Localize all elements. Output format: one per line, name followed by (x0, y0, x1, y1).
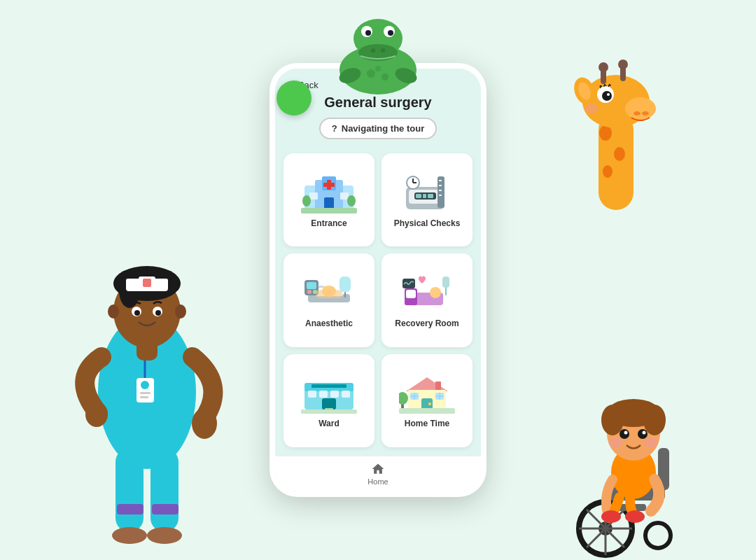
nav-tour-label: Navigating the tour (342, 123, 424, 134)
svg-point-142 (428, 402, 431, 405)
svg-point-18 (147, 527, 182, 544)
svg-rect-133 (342, 391, 350, 398)
svg-rect-132 (330, 391, 339, 398)
svg-rect-92 (309, 192, 318, 200)
svg-point-39 (155, 310, 161, 316)
svg-point-8 (381, 48, 385, 52)
entrance-icon-area (301, 172, 357, 214)
home-nav-button[interactable]: Home (281, 462, 475, 486)
svg-point-95 (347, 195, 356, 206)
svg-marker-138 (406, 377, 448, 391)
svg-rect-139 (435, 382, 441, 391)
svg-rect-101 (423, 194, 426, 198)
home-nav-label: Home (368, 477, 388, 486)
grid-item-recovery-room[interactable]: Recovery Room (382, 253, 472, 346)
svg-rect-20 (152, 504, 178, 514)
svg-point-17 (112, 527, 147, 544)
green-circle-button[interactable] (276, 80, 312, 115)
svg-rect-104 (439, 180, 442, 181)
svg-point-49 (602, 91, 612, 101)
svg-point-76 (611, 402, 628, 421)
svg-rect-120 (316, 290, 342, 298)
svg-rect-136 (301, 410, 357, 414)
kid-wheelchair-character (560, 350, 714, 560)
svg-point-50 (607, 93, 610, 96)
svg-point-38 (134, 310, 140, 316)
svg-point-5 (365, 30, 371, 36)
svg-point-6 (388, 30, 393, 36)
home-time-label: Home Time (405, 419, 449, 428)
svg-rect-106 (439, 190, 442, 191)
svg-point-150 (399, 392, 408, 405)
svg-point-84 (601, 510, 621, 523)
nurse-character (56, 154, 238, 560)
giraffe-character (539, 56, 693, 266)
svg-rect-137 (312, 384, 346, 388)
svg-rect-118 (344, 292, 346, 298)
svg-point-80 (624, 431, 628, 435)
svg-point-7 (371, 48, 375, 52)
svg-point-23 (85, 402, 108, 427)
svg-rect-125 (442, 276, 449, 288)
grid-item-home-time[interactable]: Home Time (382, 354, 472, 447)
svg-point-85 (625, 510, 645, 523)
svg-point-82 (609, 438, 623, 447)
grid-item-anaesthetic[interactable]: Anaesthetic (284, 253, 374, 346)
svg-rect-114 (307, 282, 316, 289)
svg-point-13 (375, 66, 381, 71)
svg-point-66 (645, 523, 671, 548)
svg-rect-105 (439, 185, 442, 186)
anaesthetic-label: Anaesthetic (305, 318, 353, 328)
svg-point-124 (430, 287, 441, 298)
svg-rect-90 (323, 183, 335, 187)
question-icon: ? (332, 123, 337, 134)
crocodile-character (315, 0, 441, 112)
svg-point-83 (644, 438, 658, 447)
navigate-tour-button[interactable]: ? Navigating the tour (319, 118, 437, 139)
home-time-icon-area (399, 372, 455, 414)
anaesthetic-icon-area (301, 272, 357, 314)
svg-point-78 (620, 429, 629, 439)
svg-point-59 (584, 104, 598, 113)
svg-point-52 (642, 111, 649, 115)
phone-footer: Home (275, 456, 481, 491)
grid-item-ward[interactable]: Ward (284, 354, 374, 447)
entrance-label: Entrance (311, 218, 346, 228)
physical-checks-icon-area (399, 172, 455, 214)
svg-point-77 (639, 402, 656, 421)
recovery-room-icon-area (399, 272, 455, 314)
svg-rect-19 (117, 504, 144, 514)
svg-rect-16 (150, 448, 178, 532)
svg-rect-102 (428, 194, 433, 198)
svg-rect-27 (140, 396, 148, 398)
svg-point-25 (141, 381, 149, 389)
svg-point-44 (614, 147, 625, 161)
phone-frame: ◄ Back General surgery ? Navigating the … (270, 63, 486, 497)
ward-label: Ward (318, 419, 340, 428)
svg-rect-123 (406, 290, 416, 298)
svg-rect-100 (416, 194, 421, 198)
svg-rect-131 (319, 391, 328, 398)
svg-point-56 (618, 59, 628, 69)
svg-point-47 (625, 97, 656, 120)
recovery-room-label: Recovery Room (395, 318, 458, 328)
svg-point-115 (307, 290, 312, 294)
svg-rect-96 (301, 208, 357, 214)
svg-rect-117 (340, 276, 351, 292)
physical-checks-label: Physical Checks (394, 218, 461, 228)
svg-point-12 (382, 74, 388, 80)
svg-rect-26 (140, 392, 150, 394)
ward-icon-area (301, 372, 357, 414)
svg-rect-93 (340, 192, 349, 200)
svg-point-81 (643, 431, 646, 435)
room-grid: Entrance (275, 153, 481, 456)
svg-rect-35 (143, 279, 151, 287)
grid-item-physical-checks[interactable]: Physical Checks (382, 153, 472, 246)
home-nav-icon (371, 462, 385, 476)
grid-item-entrance[interactable]: Entrance (284, 153, 374, 246)
svg-point-51 (634, 111, 640, 115)
svg-rect-15 (115, 448, 144, 532)
svg-point-40 (108, 304, 119, 318)
svg-point-45 (603, 165, 612, 178)
svg-rect-107 (439, 195, 442, 196)
